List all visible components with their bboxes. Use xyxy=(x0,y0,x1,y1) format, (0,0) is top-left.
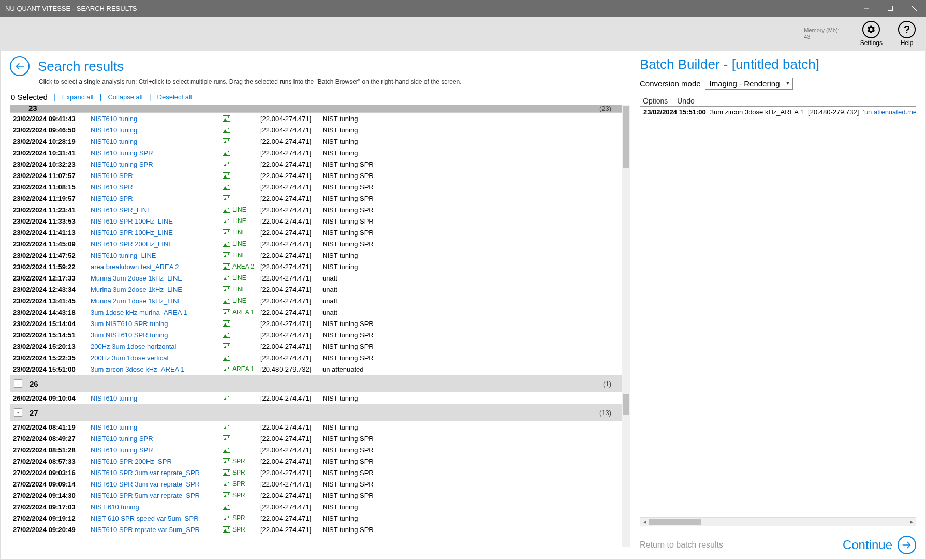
settings-button[interactable]: Settings xyxy=(860,21,883,47)
row-name-link[interactable]: NIST610 SPR_LINE xyxy=(91,206,220,214)
results-list[interactable]: 23(23) 23/02/2024 09:41:43 NIST610 tunin… xyxy=(10,105,622,547)
conversion-mode-select[interactable]: Imaging - Rendering xyxy=(705,78,793,90)
result-row[interactable]: 23/02/2024 09:41:43 NIST610 tuning [22.0… xyxy=(10,113,622,124)
scrollbar-thumb[interactable] xyxy=(623,394,629,415)
batch-row[interactable]: 23/02/2024 15:51:00 3um zircon 3dose kHz… xyxy=(640,107,916,117)
scrollbar-thumb[interactable] xyxy=(623,106,629,168)
row-name-link[interactable]: NIST610 tuning SPR xyxy=(91,446,220,454)
row-name-link[interactable]: NIST610 tuning_LINE xyxy=(91,252,220,259)
result-row[interactable]: 23/02/2024 11:45:09 NIST610 SPR 200Hz_LI… xyxy=(10,238,622,249)
row-name-link[interactable]: NIST610 SPR xyxy=(91,172,220,180)
row-name-link[interactable]: NIST610 tuning xyxy=(91,126,220,134)
row-name-link[interactable]: 3um 1dose kHz murina_AREA 1 xyxy=(91,308,220,316)
result-row[interactable]: 23/02/2024 12:17:33 Murina 3um 2dose 1kH… xyxy=(10,272,622,284)
result-row[interactable]: 23/02/2024 11:41:13 NIST610 SPR 100Hz_LI… xyxy=(10,227,622,238)
result-row[interactable]: 27/02/2024 09:19:12 NIST 610 SPR speed v… xyxy=(10,512,622,524)
row-name-link[interactable]: NIST610 tuning xyxy=(91,394,220,402)
result-row[interactable]: 27/02/2024 08:41:19 NIST610 tuning [22.0… xyxy=(10,421,622,433)
result-row[interactable]: 23/02/2024 10:32:23 NIST610 tuning SPR [… xyxy=(10,158,622,170)
continue-button[interactable]: Continue xyxy=(843,536,916,554)
deselect-all-link[interactable]: Deselect all xyxy=(157,93,192,101)
collapse-toggle[interactable]: - xyxy=(14,379,22,388)
result-row[interactable]: 23/02/2024 11:33:53 NIST610 SPR 100Hz_LI… xyxy=(10,215,622,227)
result-row[interactable]: 23/02/2024 11:07:57 NIST610 SPR [22.004-… xyxy=(10,170,622,181)
result-row[interactable]: 23/02/2024 15:14:04 3um NIST610 SPR tuni… xyxy=(10,318,622,329)
result-row[interactable]: 27/02/2024 09:09:14 NIST610 SPR 3um var … xyxy=(10,478,622,490)
row-name-link[interactable]: NIST610 SPR xyxy=(91,195,220,202)
row-name-link[interactable]: NIST610 tuning SPR xyxy=(91,435,220,443)
row-name-link[interactable]: NIST610 SPR 3um var reprate_SPR xyxy=(91,469,220,477)
row-name-link[interactable]: NIST 610 SPR speed var 5um_SPR xyxy=(91,514,220,522)
batch-browser[interactable]: 23/02/2024 15:51:00 3um zircon 3dose kHz… xyxy=(640,106,916,526)
result-row[interactable]: 23/02/2024 11:19:57 NIST610 SPR [22.004-… xyxy=(10,193,622,204)
result-row[interactable]: 27/02/2024 08:49:27 NIST610 tuning SPR [… xyxy=(10,433,622,444)
result-row[interactable]: 27/02/2024 09:14:30 NIST610 SPR 5um var … xyxy=(10,490,622,501)
group-header[interactable]: -27(13) xyxy=(10,404,622,421)
close-button[interactable] xyxy=(902,0,926,17)
row-name-link[interactable]: NIST610 tuning xyxy=(91,423,220,431)
row-name-link[interactable]: 200Hz 3um 1dose horizontal xyxy=(91,343,220,350)
row-method: NIST tuning SPR xyxy=(322,435,622,443)
result-row[interactable]: 23/02/2024 15:14:51 3um NIST610 SPR tuni… xyxy=(10,329,622,341)
row-name-link[interactable]: NIST610 SPR xyxy=(91,183,220,191)
result-row[interactable]: 23/02/2024 15:51:00 3um zircon 3dose kHz… xyxy=(10,363,622,375)
result-row[interactable]: 27/02/2024 08:51:28 NIST610 tuning SPR [… xyxy=(10,444,622,455)
row-name-link[interactable]: NIST610 tuning SPR xyxy=(91,160,220,168)
result-row[interactable]: 23/02/2024 15:22:35 200Hz 3um 1dose vert… xyxy=(10,352,622,363)
vertical-scrollbar[interactable] xyxy=(622,105,630,547)
result-row[interactable]: 23/02/2024 11:23:41 NIST610 SPR_LINE LIN… xyxy=(10,204,622,215)
maximize-button[interactable] xyxy=(878,0,902,17)
result-row[interactable]: 26/02/2024 09:10:04 NIST610 tuning [22.0… xyxy=(10,392,622,404)
row-name-link[interactable]: NIST 610 tuning xyxy=(91,503,220,511)
scrollbar-thumb[interactable] xyxy=(649,519,701,525)
row-name-link[interactable]: 200Hz 3um 1dose vertical xyxy=(91,354,220,362)
row-name-link[interactable]: area breakdown test_AREA 2 xyxy=(91,263,220,271)
scroll-left-icon[interactable]: ◂ xyxy=(640,518,649,525)
tab-options[interactable]: Options xyxy=(643,97,668,105)
result-row[interactable]: 23/02/2024 10:28:19 NIST610 tuning [22.0… xyxy=(10,136,622,147)
tab-undo[interactable]: Undo xyxy=(677,97,694,105)
result-row[interactable]: 23/02/2024 12:43:34 Murina 3um 2dose 1kH… xyxy=(10,284,622,295)
result-row[interactable]: 23/02/2024 09:46:50 NIST610 tuning [22.0… xyxy=(10,124,622,136)
return-to-batch-link[interactable]: Return to batch results xyxy=(640,540,723,550)
row-name-link[interactable]: 3um NIST610 SPR tuning xyxy=(91,320,220,328)
row-name-link[interactable]: 3um NIST610 SPR tuning xyxy=(91,331,220,339)
collapse-all-link[interactable]: Collapse all xyxy=(108,93,142,101)
scroll-right-icon[interactable]: ▸ xyxy=(907,518,916,525)
result-row[interactable]: 23/02/2024 10:31:41 NIST610 tuning SPR [… xyxy=(10,147,622,158)
result-row[interactable]: 23/02/2024 14:43:18 3um 1dose kHz murina… xyxy=(10,306,622,318)
row-name-link[interactable]: Murina 3um 2dose 1kHz_LINE xyxy=(91,274,220,282)
expand-all-link[interactable]: Expand all xyxy=(62,93,94,101)
result-row[interactable]: 23/02/2024 15:20:13 200Hz 3um 1dose hori… xyxy=(10,341,622,352)
group-header[interactable]: -26(1) xyxy=(10,375,622,392)
row-name-link[interactable]: NIST610 SPR 200Hz_LINE xyxy=(91,240,220,248)
row-name-link[interactable]: 3um zircon 3dose kHz_AREA 1 xyxy=(91,365,220,373)
collapse-toggle[interactable]: - xyxy=(14,408,22,417)
row-name-link[interactable]: NIST610 SPR 3um var reprate_SPR xyxy=(91,480,220,488)
result-row[interactable]: 23/02/2024 11:59:22 area breakdown test_… xyxy=(10,261,622,272)
result-row[interactable]: 27/02/2024 09:17:03 NIST 610 tuning [22.… xyxy=(10,501,622,512)
image-icon xyxy=(220,184,232,190)
row-name-link[interactable]: NIST610 SPR 100Hz_LINE xyxy=(91,217,220,225)
row-name-link[interactable]: NIST610 SPR reprate var 5um_SPR xyxy=(91,526,220,534)
result-row[interactable]: 23/02/2024 11:08:15 NIST610 SPR [22.004-… xyxy=(10,181,622,193)
horizontal-scrollbar[interactable]: ◂ ▸ xyxy=(640,517,916,526)
result-row[interactable]: 23/02/2024 11:47:52 NIST610 tuning_LINE … xyxy=(10,249,622,261)
group-header[interactable]: 23(23) xyxy=(10,105,622,113)
row-name-link[interactable]: Murina 3um 2dose 1kHz_LINE xyxy=(91,286,220,293)
row-name-link[interactable]: NIST610 SPR 5um var reprate_SPR xyxy=(91,492,220,499)
row-name-link[interactable]: NIST610 tuning xyxy=(91,138,220,145)
result-row[interactable]: 27/02/2024 08:57:33 NIST610 SPR 200Hz_SP… xyxy=(10,455,622,467)
scrollbar-track[interactable] xyxy=(649,518,907,526)
row-name-link[interactable]: NIST610 SPR 100Hz_LINE xyxy=(91,229,220,237)
result-row[interactable]: 27/02/2024 09:03:16 NIST610 SPR 3um var … xyxy=(10,467,622,478)
row-name-link[interactable]: NIST610 tuning xyxy=(91,115,220,123)
row-name-link[interactable]: NIST610 tuning SPR xyxy=(91,149,220,157)
result-row[interactable]: 23/02/2024 13:41:45 Murina 2um 1dose 1kH… xyxy=(10,295,622,306)
help-button[interactable]: ? Help xyxy=(898,21,916,47)
back-button[interactable] xyxy=(10,56,30,76)
row-name-link[interactable]: Murina 2um 1dose 1kHz_LINE xyxy=(91,297,220,305)
row-name-link[interactable]: NIST610 SPR 200Hz_SPR xyxy=(91,458,220,465)
result-row[interactable]: 27/02/2024 09:20:49 NIST610 SPR reprate … xyxy=(10,524,622,535)
minimize-button[interactable] xyxy=(855,0,878,17)
